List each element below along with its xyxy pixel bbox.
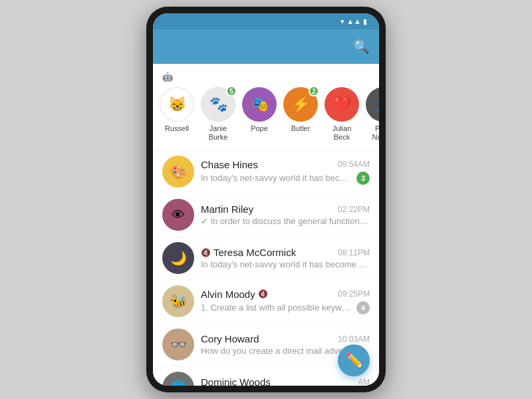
phone-frame: ▾ ▲▲ ▮ 🔍 🤖 😸Russell🐾5Janie Burke🎭Pope⚡2B… <box>146 7 386 392</box>
chat-header-martin: Martin Riley02:22PM <box>201 203 370 215</box>
chat-item-martin[interactable]: 👁Martin Riley02:22PM✓ In order to discus… <box>153 194 379 237</box>
battery-icon: ▮ <box>363 17 367 26</box>
chat-header-chase: Chase Hines09:54AM <box>201 159 370 170</box>
bot-name-butler: Butler <box>291 124 311 133</box>
chat-avatar-martin: 👁 <box>162 199 194 231</box>
chat-body-alvin: Alvin Moody 🔇09:25PM1. Create a list wit… <box>201 289 370 315</box>
chat-preview-martin: ✓ In order to discuss the general functi… <box>201 216 370 226</box>
bot-item-julian[interactable]: ❤️Julian Beck <box>325 87 359 142</box>
chat-preview-text-martin: ✓ In order to discuss the general functi… <box>201 216 370 226</box>
bot-avatar-polly: 👤 <box>366 87 379 122</box>
chat-avatar-alvin: 🐝 <box>162 285 194 317</box>
chat-name-cory: Cory Howard <box>201 333 259 344</box>
search-icon[interactable]: 🔍 <box>353 39 370 55</box>
bot-avatar-wrapper-russell: 😸 <box>160 87 194 122</box>
chat-time-dominic: AM <box>358 378 370 386</box>
bot-name-julian: Julian Beck <box>325 124 359 142</box>
chat-header-alvin: Alvin Moody 🔇09:25PM <box>201 289 370 300</box>
chat-preview-text-alvin: 1. Create a list with all possible keywo… <box>201 303 352 313</box>
chat-time-cory: 10:03AM <box>338 334 370 344</box>
bot-item-russell[interactable]: 😸Russell <box>160 87 194 142</box>
chat-header-cory: Cory Howard10:03AM <box>201 333 370 344</box>
phone-screen: ▾ ▲▲ ▮ 🔍 🤖 😸Russell🐾5Janie Burke🎭Pope⚡2B… <box>153 13 379 386</box>
chat-time-martin: 02:22PM <box>338 205 370 214</box>
bot-name-russell: Russell <box>165 124 189 133</box>
bot-name-janie: Janie Burke <box>201 124 235 142</box>
chat-preview-text-chase: In today's net-savvy world it has become <box>201 173 352 183</box>
chat-header-teresa: 🔇Teresa McCormick08:11PM <box>201 247 370 258</box>
bot-item-pope[interactable]: 🎭Pope <box>242 87 277 142</box>
bot-avatar-wrapper-janie: 🐾5 <box>201 87 235 122</box>
chat-avatar-teresa: 🌙 <box>162 242 194 274</box>
bot-avatar-wrapper-julian: ❤️ <box>325 87 359 122</box>
chat-item-alvin[interactable]: 🐝Alvin Moody 🔇09:25PM1. Create a list wi… <box>153 280 379 323</box>
chat-body-chase: Chase Hines09:54AMIn today's net-savvy w… <box>201 159 370 185</box>
chat-badge-alvin: 4 <box>356 301 370 315</box>
bot-item-butler[interactable]: ⚡2Butler <box>283 87 318 142</box>
chat-time-alvin: 09:25PM <box>338 289 370 299</box>
bot-avatar-wrapper-pope: 🎭 <box>242 87 277 122</box>
chat-preview-chase: In today's net-savvy world it has become… <box>201 172 370 185</box>
chat-body-dominic: Dominic WoodsAMIn this digital generatio… <box>201 376 370 386</box>
chat-time-chase: 09:54AM <box>338 160 370 169</box>
chat-name-chase: Chase Hines <box>201 159 258 170</box>
compose-button[interactable]: ✏️ <box>338 344 370 376</box>
bots-section: 🤖 😸Russell🐾5Janie Burke🎭Pope⚡2Butler❤️Ju… <box>153 64 379 150</box>
muted-name-alvin: 🔇 <box>258 289 268 299</box>
chat-badge-chase: 3 <box>356 172 370 185</box>
bot-name-pope: Pope <box>251 124 268 133</box>
signal-icon: ▲▲ <box>346 17 361 25</box>
bot-avatar-julian: ❤️ <box>325 87 359 122</box>
muted-icon-teresa: 🔇 <box>201 248 211 257</box>
chat-item-teresa[interactable]: 🌙🔇Teresa McCormick08:11PMIn today's net-… <box>153 237 379 280</box>
chat-time-teresa: 08:11PM <box>338 248 370 257</box>
main-content: 🤖 😸Russell🐾5Janie Burke🎭Pope⚡2Butler❤️Ju… <box>153 64 379 386</box>
chat-preview-alvin: 1. Create a list with all possible keywo… <box>201 301 370 315</box>
chat-preview-text-teresa: In today's net-savvy world it has become… <box>201 259 370 269</box>
bot-avatar-wrapper-polly: 👤 <box>366 87 379 122</box>
bot-badge-butler: 2 <box>309 87 319 96</box>
status-icons: ▾ ▲▲ ▮ <box>340 17 367 26</box>
bots-label: 🤖 <box>153 69 379 87</box>
bot-avatar-wrapper-butler: ⚡2 <box>283 87 318 122</box>
status-bar: ▾ ▲▲ ▮ <box>153 13 379 29</box>
chat-preview-teresa: In today's net-savvy world it has become… <box>201 259 370 269</box>
chat-avatar-chase: 🎨 <box>162 156 194 188</box>
toolbar: 🔍 <box>153 29 379 64</box>
chat-body-teresa: 🔇Teresa McCormick08:11PMIn today's net-s… <box>201 247 370 269</box>
chat-name-teresa: 🔇Teresa McCormick <box>201 247 296 258</box>
bot-name-polly: Polly Norton <box>366 124 379 142</box>
chat-item-chase[interactable]: 🎨Chase Hines09:54AMIn today's net-savvy … <box>153 150 379 194</box>
bot-item-polly[interactable]: 👤Polly Norton <box>366 87 379 142</box>
chat-body-martin: Martin Riley02:22PM✓ In order to discuss… <box>201 203 370 226</box>
chat-header-dominic: Dominic WoodsAM <box>201 376 370 386</box>
wifi-icon: ▾ <box>340 17 344 26</box>
chat-avatar-dominic: 🌐 <box>162 372 194 386</box>
chat-avatar-cory: 👓 <box>162 329 194 360</box>
bot-avatar-russell: 😸 <box>160 87 194 122</box>
chat-name-martin: Martin Riley <box>201 203 253 215</box>
bot-avatar-pope: 🎭 <box>242 87 277 122</box>
bot-icon: 🤖 <box>162 72 173 82</box>
bots-avatars-list: 😸Russell🐾5Janie Burke🎭Pope⚡2Butler❤️Juli… <box>153 87 379 147</box>
check-icon-martin: ✓ <box>201 216 211 226</box>
bot-item-janie[interactable]: 🐾5Janie Burke <box>201 87 235 142</box>
bot-badge-janie: 5 <box>226 87 237 96</box>
chat-name-alvin: Alvin Moody 🔇 <box>201 289 268 300</box>
chat-name-dominic: Dominic Woods <box>201 376 271 386</box>
